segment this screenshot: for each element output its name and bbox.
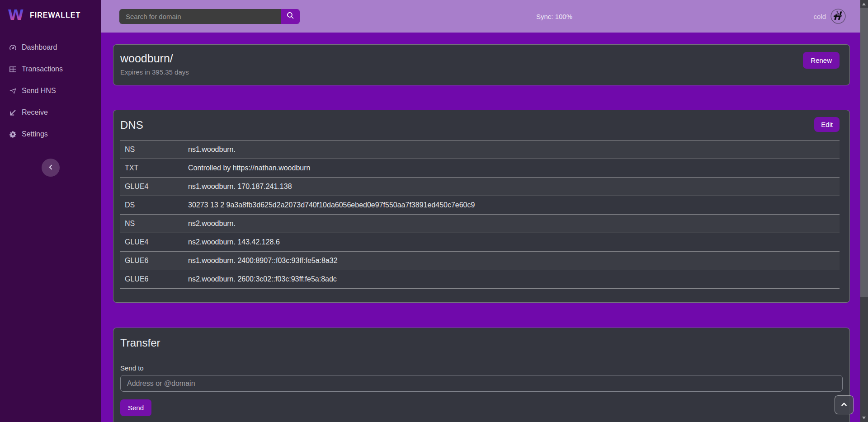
sidebar-item-label: Settings — [22, 130, 48, 138]
chevron-left-icon — [47, 164, 54, 172]
dns-record-row: TXT Controlled by https://nathan.woodbur… — [120, 159, 840, 178]
sidebar-collapse-button[interactable] — [42, 159, 60, 177]
dns-record-value: ns2.woodburn. 2600:3c02::f03c:93ff:fe5a:… — [184, 270, 840, 289]
dns-record-type: DS — [120, 196, 184, 215]
vertical-scrollbar[interactable] — [860, 0, 868, 422]
domain-expiry: Expires in 395.35 days — [120, 68, 840, 76]
sidebar: W FIREWALLET Dashboard Transactions — [0, 0, 101, 422]
dns-record-type: GLUE4 — [120, 233, 184, 252]
sidebar-item-settings[interactable]: Settings — [0, 123, 101, 145]
sync-status: Sync: 100% — [536, 13, 572, 20]
gear-icon — [9, 131, 17, 138]
handshake-logo-icon[interactable] — [830, 9, 846, 24]
wallet-name: cold — [813, 13, 826, 20]
app-root: W FIREWALLET Dashboard Transactions — [0, 0, 868, 422]
page-content: woodburn/ Expires in 395.35 days Renew D… — [101, 33, 868, 422]
transfer-recipient-input[interactable] — [120, 375, 843, 392]
search-input[interactable] — [119, 9, 281, 24]
svg-text:W: W — [8, 6, 24, 23]
paper-plane-icon — [9, 87, 17, 95]
dns-record-value: ns1.woodburn. 170.187.241.138 — [184, 178, 840, 196]
dns-record-value: ns2.woodburn. — [184, 215, 840, 233]
scrollbar-thumb[interactable] — [860, 8, 868, 297]
edit-dns-button[interactable]: Edit — [814, 117, 840, 132]
dns-record-row: GLUE4 ns2.woodburn. 143.42.128.6 — [120, 233, 840, 252]
dns-record-value: ns1.woodburn. — [184, 141, 840, 159]
magnifier-icon — [287, 12, 294, 21]
sidebar-item-send-hns[interactable]: Send HNS — [0, 80, 101, 102]
dns-record-type: GLUE6 — [120, 252, 184, 270]
dns-records-body: NS ns1.woodburn. TXT Controlled by https… — [120, 141, 840, 289]
chevron-up-icon — [840, 401, 848, 409]
transfer-card: Transfer Send to Send — [113, 328, 850, 422]
dns-record-row: GLUE6 ns2.woodburn. 2600:3c02::f03c:93ff… — [120, 270, 840, 289]
dns-record-type: NS — [120, 215, 184, 233]
sidebar-item-label: Send HNS — [22, 87, 56, 95]
scroll-to-top-button[interactable] — [835, 395, 854, 414]
dns-record-type: NS — [120, 141, 184, 159]
sidebar-item-label: Transactions — [22, 65, 63, 73]
main-area: Sync: 100% cold woodburn/ Expires in 395… — [101, 0, 868, 422]
dns-record-row: NS ns1.woodburn. — [120, 141, 840, 159]
dns-card: DNS Edit NS ns1.woodburn. TXT — [113, 110, 850, 303]
renew-button[interactable]: Renew — [803, 52, 840, 69]
search-button[interactable] — [281, 9, 300, 24]
scrollbar-down-arrow-icon[interactable] — [862, 417, 866, 419]
send-to-label: Send to — [120, 364, 843, 372]
brand: W FIREWALLET — [0, 0, 101, 33]
topbar: Sync: 100% cold — [101, 0, 868, 33]
arrow-down-left-icon — [9, 109, 17, 117]
dns-record-value: 30273 13 2 9a3a8fb3d625d2a2073d740f10da6… — [184, 196, 840, 215]
dns-record-row: GLUE6 ns1.woodburn. 2400:8907::f03c:93ff… — [120, 252, 840, 270]
send-transfer-button[interactable]: Send — [120, 399, 151, 416]
dns-record-row: GLUE4 ns1.woodburn. 170.187.241.138 — [120, 178, 840, 196]
dns-record-row: NS ns2.woodburn. — [120, 215, 840, 233]
table-icon — [9, 66, 17, 73]
sidebar-item-receive[interactable]: Receive — [0, 102, 101, 123]
sidebar-nav: Dashboard Transactions Send HNS Receive — [0, 37, 101, 145]
dns-record-value: ns1.woodburn. 2400:8907::f03c:93ff:fe5a:… — [184, 252, 840, 270]
brand-name: FIREWALLET — [30, 11, 80, 19]
sidebar-item-label: Dashboard — [22, 43, 57, 52]
firewallet-logo-icon: W — [7, 6, 24, 25]
dns-record-type: GLUE4 — [120, 178, 184, 196]
domain-search — [119, 9, 300, 24]
sidebar-item-label: Receive — [22, 108, 48, 117]
dns-card-title: DNS — [120, 117, 840, 133]
dns-record-type: GLUE6 — [120, 270, 184, 289]
domain-title: woodburn/ — [120, 52, 840, 65]
dns-record-type: TXT — [120, 159, 184, 178]
sidebar-item-dashboard[interactable]: Dashboard — [0, 37, 101, 58]
scrollbar-up-arrow-icon[interactable] — [862, 3, 866, 5]
dns-record-value: ns2.woodburn. 143.42.128.6 — [184, 233, 840, 252]
sidebar-item-transactions[interactable]: Transactions — [0, 58, 101, 80]
transfer-card-title: Transfer — [120, 335, 843, 351]
domain-card: woodburn/ Expires in 395.35 days Renew — [113, 44, 850, 85]
gauge-icon — [9, 44, 17, 52]
dns-records-table: NS ns1.woodburn. TXT Controlled by https… — [120, 140, 840, 289]
wallet-selector[interactable]: cold — [813, 9, 846, 24]
dns-record-value: Controlled by https://nathan.woodburn — [184, 159, 840, 178]
dns-record-row: DS 30273 13 2 9a3a8fb3d625d2a2073d740f10… — [120, 196, 840, 215]
